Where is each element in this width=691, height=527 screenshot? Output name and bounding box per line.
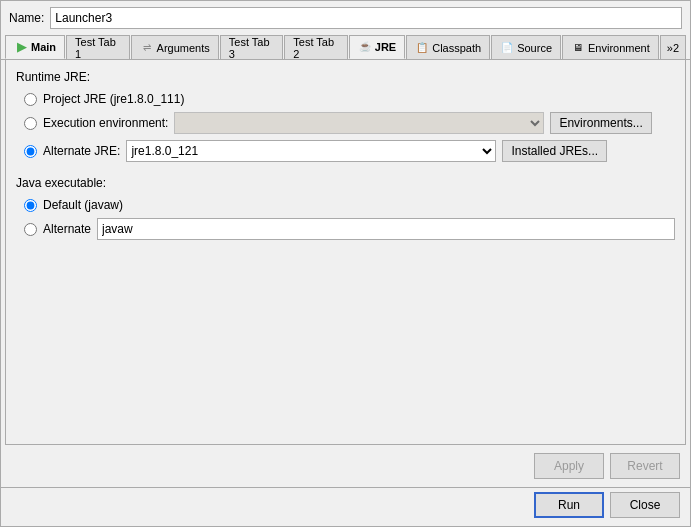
tab-test-tab-1[interactable]: Test Tab 1 (66, 35, 130, 59)
tab-main[interactable]: ▶ Main (5, 35, 65, 59)
alternate-exec-input[interactable] (97, 218, 675, 240)
alternate-exec-radio[interactable] (24, 223, 37, 236)
name-label: Name: (9, 11, 44, 25)
jre-radio-group: Project JRE (jre1.8.0_111) Execution env… (24, 92, 675, 162)
tab-jre[interactable]: ☕ JRE (349, 35, 405, 59)
tab-source-label: Source (517, 42, 552, 54)
installed-jres-button[interactable]: Installed JREs... (502, 140, 607, 162)
footer-row: Run Close (1, 487, 690, 526)
classpath-icon: 📋 (415, 41, 429, 55)
apply-button[interactable]: Apply (534, 453, 604, 479)
project-jre-label: Project JRE (jre1.8.0_111) (43, 92, 184, 106)
tab-classpath[interactable]: 📋 Classpath (406, 35, 490, 59)
default-javaw-label: Default (javaw) (43, 198, 123, 212)
alternate-exec-row: Alternate (24, 218, 675, 240)
alternate-exec-label: Alternate (43, 222, 91, 236)
name-input[interactable] (50, 7, 682, 29)
source-icon: 📄 (500, 41, 514, 55)
environments-button[interactable]: Environments... (550, 112, 651, 134)
java-exec-radio-group: Default (javaw) Alternate (24, 198, 675, 240)
alternate-jre-radio[interactable] (24, 145, 37, 158)
runtime-jre-label: Runtime JRE: (16, 70, 675, 84)
tab-classpath-label: Classpath (432, 42, 481, 54)
arguments-icon: ⇌ (140, 41, 154, 55)
tab-test-tab-3[interactable]: Test Tab 3 (220, 35, 284, 59)
java-exec-label: Java executable: (16, 176, 675, 190)
tab-environment-label: Environment (588, 42, 650, 54)
environment-icon: 🖥 (571, 41, 585, 55)
tab-arguments[interactable]: ⇌ Arguments (131, 35, 219, 59)
tab-jre-label: JRE (375, 41, 396, 53)
revert-button[interactable]: Revert (610, 453, 680, 479)
execution-env-dropdown[interactable] (174, 112, 544, 134)
tab-test-tab-2-label: Test Tab 2 (293, 36, 339, 60)
project-jre-radio[interactable] (24, 93, 37, 106)
execution-env-label: Execution environment: (43, 116, 168, 130)
execution-env-row: Execution environment: Environments... (24, 112, 675, 134)
tab-test-tab-2[interactable]: Test Tab 2 (284, 35, 348, 59)
jre-icon: ☕ (358, 40, 372, 54)
run-button[interactable]: Run (534, 492, 604, 518)
tab-source[interactable]: 📄 Source (491, 35, 561, 59)
java-exec-section: Java executable: Default (javaw) Alterna… (16, 176, 675, 240)
default-javaw-row: Default (javaw) (24, 198, 675, 212)
project-jre-row: Project JRE (jre1.8.0_111) (24, 92, 675, 106)
tab-arguments-label: Arguments (157, 42, 210, 54)
name-row: Name: (1, 1, 690, 35)
alternate-jre-dropdown[interactable]: jre1.8.0_121 (126, 140, 496, 162)
close-button[interactable]: Close (610, 492, 680, 518)
tab-test-tab-3-label: Test Tab 3 (229, 36, 275, 60)
jre-content: Runtime JRE: Project JRE (jre1.8.0_111) … (5, 60, 686, 445)
alternate-jre-row: Alternate JRE: jre1.8.0_121 Installed JR… (24, 140, 675, 162)
execution-env-radio[interactable] (24, 117, 37, 130)
tab-environment[interactable]: 🖥 Environment (562, 35, 659, 59)
tab-test-tab-1-label: Test Tab 1 (75, 36, 121, 60)
bottom-buttons: Apply Revert (1, 445, 690, 487)
main-icon: ▶ (14, 40, 28, 54)
tab-main-label: Main (31, 41, 56, 53)
tabs-bar: ▶ Main Test Tab 1 ⇌ Arguments Test Tab 3… (1, 35, 690, 60)
tab-more[interactable]: »2 (660, 35, 686, 59)
default-javaw-radio[interactable] (24, 199, 37, 212)
alternate-jre-label: Alternate JRE: (43, 144, 120, 158)
dialog: Name: ▶ Main Test Tab 1 ⇌ Arguments Test… (0, 0, 691, 527)
tab-more-label: »2 (667, 42, 679, 54)
